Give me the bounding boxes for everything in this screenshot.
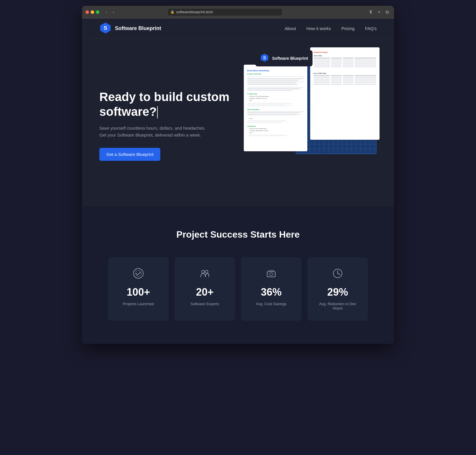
- db-users-header: [314, 57, 376, 59]
- doc-code-block-3: [247, 135, 304, 136]
- experts-label: Software Experts: [191, 302, 219, 306]
- doc-vp-text: [247, 111, 304, 116]
- experts-icon: [199, 268, 211, 281]
- url-text: softwareblueprint.tech: [176, 10, 213, 14]
- doc-section-1: 1. Deploy User: [247, 93, 304, 95]
- lock-icon: 🔒: [170, 10, 174, 14]
- url-bar[interactable]: 🔒 softwareblueprint.tech: [167, 8, 283, 16]
- svg-text:S: S: [263, 55, 266, 60]
- browser-dots: [85, 10, 99, 14]
- back-button[interactable]: ‹: [104, 9, 109, 16]
- executive-summary-doc: Executive Summary Project Overview: [244, 65, 307, 151]
- savings-label: Avg. Cost Savings: [256, 302, 287, 306]
- brand-link[interactable]: S Software Blueprint: [99, 22, 161, 35]
- doc-bullet-1: • Endpoint: POST /api/endpoint/register: [247, 96, 304, 97]
- db-doc-title: Database Design:: [314, 51, 376, 53]
- nav-menu: About How it works Pricing FAQ's: [285, 26, 377, 31]
- db-users-table-label: Users Table: [314, 55, 376, 57]
- svg-point-7: [205, 270, 208, 273]
- db-users-row-5: [314, 66, 376, 67]
- doc-bullet-4: • Future: [247, 118, 304, 119]
- maximize-dot[interactable]: [96, 10, 99, 14]
- sb-header-text: Software Blueprint: [272, 56, 308, 61]
- doc-divider: [247, 77, 304, 77]
- stats-title: Project Success Starts Here: [99, 229, 377, 240]
- browser-window: ‹ › 🔒 softwareblueprint.tech ⬆ + ⧉ S: [82, 6, 394, 344]
- doc-section-vp: Value Proposition: [247, 109, 304, 110]
- share-button[interactable]: ⬆: [367, 8, 374, 16]
- forward-button[interactable]: ›: [111, 9, 116, 16]
- exec-doc-title: Executive Summary: [247, 69, 304, 72]
- database-design-doc: Database Design: Users Table: [310, 47, 380, 140]
- svg-text:S: S: [104, 25, 107, 31]
- nav-item-about: About: [285, 26, 296, 31]
- doc-section-legend: Legendaries: [247, 125, 304, 127]
- stat-card-experts: 20+ Software Experts: [174, 257, 235, 321]
- nav-item-faqs: FAQ's: [365, 26, 377, 31]
- dev-hours-icon: [332, 268, 343, 281]
- nav-link-how-it-works[interactable]: How it works: [306, 26, 331, 31]
- svg-point-9: [270, 273, 273, 276]
- doc-legend-1: • Endpoint: POST /api/legend/login: [247, 128, 304, 129]
- exec-doc-subtitle: Project Overview: [247, 73, 304, 75]
- browser-toolbar: ‹ › 🔒 softwareblueprint.tech ⬆ + ⧉: [82, 6, 394, 18]
- db-profile-row-4: [314, 82, 376, 83]
- tabs-button[interactable]: ⧉: [384, 8, 391, 16]
- new-tab-button[interactable]: +: [376, 8, 382, 16]
- stat-card-dev-hours: 29% Avg. Reduction in Dev Hours: [307, 257, 368, 321]
- savings-icon: [265, 268, 277, 281]
- sb-header-card: S Software Blueprint: [255, 50, 313, 66]
- svg-point-4: [133, 268, 143, 278]
- close-dot[interactable]: [85, 10, 89, 14]
- dev-hours-value: 29%: [327, 286, 348, 298]
- hero-section: Ready to build custom software? Save you…: [82, 39, 394, 206]
- browser-actions: ⬆ + ⧉: [367, 8, 391, 16]
- hero-content: Ready to build custom software? Save you…: [99, 78, 238, 161]
- db-users-row-2: [314, 61, 376, 62]
- projects-value: 100+: [127, 286, 150, 298]
- dev-hours-label: Avg. Reduction in Dev Hours: [314, 302, 361, 310]
- nav-link-pricing[interactable]: Pricing: [341, 26, 355, 31]
- hero-visuals: S Software Blueprint Executive Summary P…: [232, 44, 382, 200]
- projects-icon: [133, 268, 144, 281]
- doc-code-block-2: [247, 120, 304, 123]
- stats-section: Project Success Starts Here 100+ Project…: [82, 206, 394, 344]
- brand-name: Software Blueprint: [115, 25, 161, 31]
- cursor: [157, 106, 158, 118]
- db-users-row-1: [314, 59, 376, 60]
- doc-legend-2: • Description: Authenticates user login: [247, 130, 304, 131]
- db-users-row-3: [314, 63, 376, 64]
- doc-legend-3: • Input: [247, 132, 304, 133]
- doc-bullet-2: • Description: Registers a new user: [247, 98, 304, 99]
- svg-point-15: [337, 273, 338, 274]
- stat-card-projects: 100+ Projects Launched: [108, 257, 169, 321]
- doc-bullet-3: • Input: [247, 100, 304, 101]
- minimize-dot[interactable]: [91, 10, 94, 14]
- stats-grid: 100+ Projects Launched 20+ Software Expe…: [108, 257, 368, 321]
- projects-label: Projects Launched: [123, 302, 154, 306]
- nav-link-faqs[interactable]: FAQ's: [365, 26, 377, 31]
- stat-card-savings: 36% Avg. Cost Savings: [241, 257, 302, 321]
- db-users-row-4: [314, 64, 376, 66]
- experts-value: 20+: [196, 286, 213, 298]
- nav-link-about[interactable]: About: [285, 26, 296, 31]
- doc-text-2: [247, 87, 304, 91]
- doc-code-block: [247, 103, 304, 106]
- navbar: S Software Blueprint About How it works …: [82, 18, 394, 39]
- page-content: S Software Blueprint About How it works …: [82, 18, 394, 344]
- db-profile-table-label: User_Profile Table: [314, 72, 376, 74]
- sb-header-logo: S: [260, 53, 269, 64]
- doc-text-1: [247, 78, 304, 85]
- db-profile-row-3: [314, 80, 376, 81]
- db-profile-row-5: [314, 84, 376, 85]
- nav-item-how-it-works: How it works: [306, 26, 331, 31]
- db-profile-row-2: [314, 79, 376, 80]
- savings-value: 36%: [261, 286, 282, 298]
- nav-item-pricing: Pricing: [341, 26, 355, 31]
- db-profile-row-1: [314, 77, 376, 78]
- hero-title: Ready to build custom software?: [99, 90, 238, 119]
- svg-point-6: [202, 270, 204, 273]
- brand-logo: S: [99, 22, 111, 35]
- cta-button[interactable]: Get a Software Blueprint: [99, 148, 160, 161]
- db-profile-header: [314, 75, 376, 76]
